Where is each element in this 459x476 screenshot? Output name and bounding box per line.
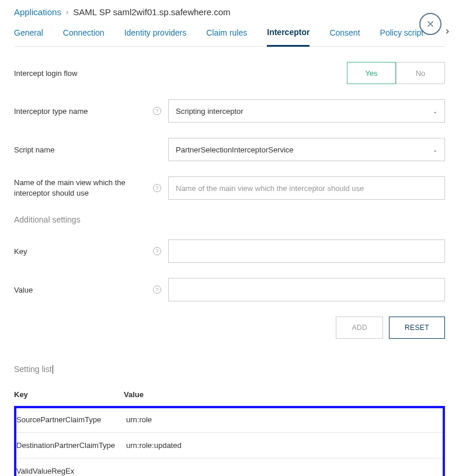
chevron-right-icon: › <box>66 8 68 16</box>
cell-key: SourcePartnerClaimType <box>16 415 126 424</box>
key-input[interactable] <box>168 239 445 263</box>
mainview-label: Name of the main view which the intercep… <box>14 178 146 199</box>
value-input[interactable] <box>168 278 445 301</box>
key-label: Key <box>14 247 146 256</box>
tab-identity-providers[interactable]: Identity providers <box>124 28 187 46</box>
type-label: Interceptor type name <box>14 107 146 116</box>
script-select[interactable]: PartnerSelectionInterceptorService ⌄ <box>168 138 445 161</box>
help-icon[interactable]: ? <box>153 107 161 115</box>
help-icon[interactable]: ? <box>153 247 161 255</box>
type-select[interactable]: Scripting interceptor ⌄ <box>168 99 445 123</box>
header-value: Value <box>124 390 445 399</box>
script-label: Script name <box>14 145 146 154</box>
tab-connection[interactable]: Connection <box>63 28 105 46</box>
setting-list-heading: Setting list <box>14 364 445 374</box>
add-button[interactable]: ADD <box>336 317 383 339</box>
header-key: Key <box>14 390 124 399</box>
button-row: ADD RESET <box>14 317 445 339</box>
breadcrumb-root[interactable]: Applications <box>14 7 61 17</box>
intercept-label: Intercept login flow <box>14 69 146 78</box>
key-row: Key ? <box>14 239 445 263</box>
type-value: Scripting interceptor <box>176 107 244 116</box>
value-label: Value <box>14 286 146 294</box>
tab-general[interactable]: General <box>14 28 43 46</box>
mainview-row: Name of the main view which the intercep… <box>14 176 445 200</box>
help-icon[interactable]: ? <box>153 286 161 294</box>
chevron-down-icon: ⌄ <box>433 108 437 114</box>
value-row: Value ? <box>14 278 445 301</box>
intercept-row: Intercept login flow Yes No <box>14 62 445 84</box>
cell-key: ValidValueRegEx <box>16 467 126 475</box>
script-value: PartnerSelectionInterceptorService <box>176 145 294 154</box>
table-row[interactable]: ValidValueRegEx <box>16 458 443 476</box>
table-row[interactable]: SourcePartnerClaimType urn:role <box>16 409 443 432</box>
cell-value: urn:role:updated <box>126 441 439 450</box>
cell-key: DestinationPartnerClaimType <box>16 441 126 450</box>
cell-value: urn:role <box>126 415 439 424</box>
intercept-yes[interactable]: Yes <box>347 62 396 84</box>
additional-settings-heading: Additional settings <box>14 215 445 224</box>
help-icon[interactable]: ? <box>153 184 161 192</box>
reset-button[interactable]: RESET <box>389 317 445 339</box>
page-title: SAML SP saml2wif01.sp.safewhere.com <box>73 7 230 17</box>
tab-policy-script[interactable]: Policy script <box>380 28 424 46</box>
tab-interceptor[interactable]: Interceptor <box>267 27 310 47</box>
table-row[interactable]: DestinationPartnerClaimType urn:role:upd… <box>16 432 443 458</box>
breadcrumb: Applications › SAML SP saml2wif01.sp.saf… <box>14 7 445 17</box>
script-row: Script name PartnerSelectionInterceptorS… <box>14 138 445 161</box>
chevron-right-icon <box>443 27 451 36</box>
chevron-down-icon: ⌄ <box>433 147 437 153</box>
tab-claim-rules[interactable]: Claim rules <box>206 28 247 46</box>
setting-list-table: SourcePartnerClaimType urn:role Destinat… <box>14 406 445 476</box>
tab-scroll-right[interactable] <box>443 27 451 46</box>
tabs: General Connection Identity providers Cl… <box>14 27 445 47</box>
table-header: Key Value <box>14 390 445 406</box>
type-row: Interceptor type name ? Scripting interc… <box>14 99 445 123</box>
intercept-no[interactable]: No <box>396 62 445 84</box>
cell-value <box>126 467 439 475</box>
mainview-input[interactable] <box>168 176 445 200</box>
intercept-toggle: Yes No <box>347 62 445 84</box>
tab-consent[interactable]: Consent <box>329 28 360 46</box>
